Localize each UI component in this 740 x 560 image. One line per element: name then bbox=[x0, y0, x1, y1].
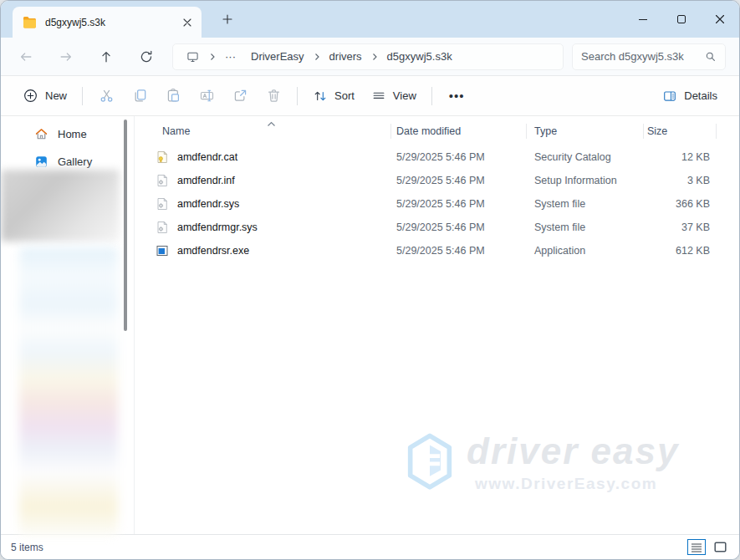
system-file-icon bbox=[156, 197, 169, 211]
this-pc-crumb[interactable] bbox=[178, 47, 207, 67]
sort-ascending-icon bbox=[267, 118, 276, 130]
close-window-button[interactable] bbox=[701, 1, 739, 38]
details-view-toggle[interactable] bbox=[687, 539, 706, 555]
new-tab-button[interactable] bbox=[218, 10, 237, 28]
close-icon bbox=[715, 14, 725, 24]
refresh-button[interactable] bbox=[132, 43, 161, 71]
thumbnails-view-toggle[interactable] bbox=[711, 539, 729, 555]
arrow-up-icon bbox=[99, 49, 114, 64]
file-type: System file bbox=[534, 198, 647, 210]
file-type: System file bbox=[534, 221, 647, 233]
file-date: 5/29/2025 5:46 PM bbox=[396, 175, 534, 186]
new-button[interactable]: New bbox=[14, 82, 75, 109]
file-row[interactable]: amdfendr.inf 5/29/2025 5:46 PM Setup Inf… bbox=[135, 169, 739, 192]
status-bar: 5 items bbox=[1, 534, 739, 559]
minimize-button[interactable] bbox=[624, 1, 662, 38]
view-toggles bbox=[687, 539, 729, 555]
file-size: 366 KB bbox=[647, 198, 710, 210]
search-input[interactable] bbox=[581, 50, 704, 63]
close-icon bbox=[183, 18, 191, 27]
file-date: 5/29/2025 5:46 PM bbox=[396, 198, 534, 210]
delete-button[interactable] bbox=[257, 81, 290, 111]
tab-title: d5gxywj5.s3k bbox=[45, 17, 178, 28]
sort-button[interactable]: Sort bbox=[304, 83, 363, 109]
file-date: 5/29/2025 5:46 PM bbox=[396, 151, 534, 163]
clipboard-icon bbox=[166, 88, 181, 104]
forward-button[interactable] bbox=[52, 43, 80, 71]
application-file-icon bbox=[156, 244, 169, 257]
column-divider[interactable] bbox=[526, 124, 527, 139]
rename-button[interactable] bbox=[190, 81, 223, 111]
file-name: amdfendrsr.exe bbox=[174, 245, 396, 257]
file-date: 5/29/2025 5:46 PM bbox=[396, 245, 534, 257]
up-button[interactable] bbox=[92, 43, 120, 71]
breadcrumb-current-folder[interactable]: d5gxywj5.s3k bbox=[380, 47, 460, 66]
file-row[interactable]: amdfendrsr.exe 5/29/2025 5:46 PM Applica… bbox=[135, 239, 739, 262]
explorer-window: d5gxywj5.s3k bbox=[0, 0, 740, 560]
sidebar-item-home[interactable]: Home bbox=[1, 120, 130, 147]
titlebar: d5gxywj5.s3k bbox=[1, 1, 739, 38]
sidebar-item-label: Gallery bbox=[58, 155, 92, 168]
chevron-right-icon bbox=[207, 53, 217, 61]
copy-button[interactable] bbox=[123, 81, 156, 111]
watermark-brand: driver easy bbox=[467, 432, 679, 471]
file-row[interactable]: amdfendr.sys 5/29/2025 5:46 PM System fi… bbox=[135, 192, 739, 216]
explorer-tab[interactable]: d5gxywj5.s3k bbox=[13, 7, 202, 38]
file-size: 37 KB bbox=[647, 221, 710, 233]
file-date: 5/29/2025 5:46 PM bbox=[396, 221, 534, 233]
command-toolbar: New Sort View ••• bbox=[1, 76, 739, 116]
column-divider[interactable] bbox=[390, 124, 391, 139]
items-count: 5 items bbox=[11, 542, 43, 553]
view-lines-icon bbox=[371, 89, 386, 104]
system-file-icon bbox=[156, 221, 169, 234]
column-header-type[interactable]: Type bbox=[534, 125, 647, 137]
file-row[interactable]: amdfendrmgr.sys 5/29/2025 5:46 PM System… bbox=[135, 216, 739, 239]
new-button-label: New bbox=[45, 89, 67, 102]
column-divider[interactable] bbox=[716, 124, 717, 139]
blurred-sidebar-content bbox=[19, 247, 118, 536]
column-header-date-modified[interactable]: Date modified bbox=[396, 125, 534, 137]
copy-icon bbox=[132, 88, 148, 104]
minimize-icon bbox=[639, 19, 647, 20]
column-header-name[interactable]: Name bbox=[156, 125, 396, 137]
file-type: Security Catalog bbox=[534, 151, 647, 163]
cut-button[interactable] bbox=[89, 81, 123, 111]
breadcrumb-overflow[interactable]: ··· bbox=[217, 47, 243, 66]
sidebar-scrollbar[interactable] bbox=[124, 120, 127, 331]
sort-icon bbox=[313, 89, 328, 104]
file-type: Application bbox=[534, 245, 647, 257]
maximize-button[interactable] bbox=[662, 1, 701, 38]
details-view-icon bbox=[691, 542, 702, 552]
file-name: amdfendr.cat bbox=[174, 151, 396, 163]
arrow-right-icon bbox=[59, 49, 74, 64]
more-options-button[interactable]: ••• bbox=[439, 83, 475, 109]
window-body: Home Gallery Name Date modified Type Siz… bbox=[1, 116, 739, 534]
back-button[interactable] bbox=[12, 43, 40, 71]
file-list-area: Name Date modified Type Size amdfendr.ca… bbox=[135, 116, 739, 534]
address-bar[interactable]: ··· DriverEasy drivers d5gxywj5.s3k bbox=[172, 43, 564, 70]
column-header-size[interactable]: Size bbox=[647, 125, 710, 137]
file-size: 612 KB bbox=[647, 245, 710, 257]
view-button[interactable]: View bbox=[363, 83, 425, 109]
column-divider[interactable] bbox=[643, 124, 644, 139]
driver-easy-logo-icon bbox=[406, 432, 453, 494]
monitor-icon bbox=[186, 50, 200, 64]
rename-icon bbox=[199, 88, 215, 104]
watermark-url: www.DriverEasy.com bbox=[467, 475, 679, 493]
details-button-label: Details bbox=[684, 89, 717, 102]
file-name: amdfendr.inf bbox=[174, 175, 396, 186]
breadcrumb-drivereasy[interactable]: DriverEasy bbox=[243, 47, 312, 66]
paste-button[interactable] bbox=[156, 81, 190, 111]
maximize-icon bbox=[677, 15, 686, 23]
view-button-label: View bbox=[393, 89, 416, 102]
file-type: Setup Information bbox=[534, 175, 647, 186]
thumbnails-view-icon bbox=[714, 542, 727, 552]
details-button[interactable]: Details bbox=[654, 83, 726, 109]
search-icon bbox=[704, 50, 717, 63]
column-headers: Name Date modified Type Size bbox=[135, 121, 739, 141]
search-box bbox=[572, 43, 726, 70]
tab-close-button[interactable] bbox=[178, 13, 196, 32]
breadcrumb-drivers[interactable]: drivers bbox=[322, 47, 370, 66]
share-button[interactable] bbox=[223, 81, 257, 111]
file-row[interactable]: amdfendr.cat 5/29/2025 5:46 PM Security … bbox=[135, 145, 739, 169]
